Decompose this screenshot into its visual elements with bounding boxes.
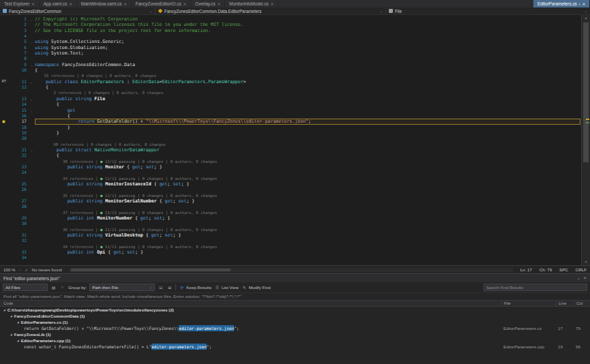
code-line[interactable]: 13⌄ public string File (0, 96, 581, 102)
vertical-scrollbar[interactable]: ▲ ▼ (581, 15, 590, 265)
code-line[interactable]: 16 { (0, 113, 581, 119)
expand-arrow-icon[interactable]: ◢ (3, 307, 5, 313)
tab-mainwindow-xaml-cs[interactable]: MainWindow.xaml.cs✕ (77, 0, 132, 7)
collapse-all-icon[interactable]: ⊟ (158, 285, 164, 290)
expand-arrow-icon[interactable]: ◢ (10, 313, 12, 319)
codelens-row[interactable]: 34 references | ● 11/11 passing | 0 chan… (0, 244, 581, 249)
tab-monitorinfomodel-cs[interactable]: MonitorInfoModel.cs✕ (225, 0, 278, 7)
code-line[interactable]: 21⌄ public struct NativeMonitorDataWrapp… (0, 147, 581, 153)
tab-editorparameters-cs[interactable]: EditorParameters.cs ▪ ✕ (533, 0, 590, 7)
line-number[interactable]: 19 (8, 130, 29, 136)
code-line[interactable]: 12 { (0, 85, 581, 90)
code-line[interactable]: 25 public string MonitorInstanceId { get… (0, 181, 581, 187)
codelens-row[interactable]: 91 references | 0 changes | 0 authors, 0… (0, 73, 581, 78)
line-number[interactable]: 30 (8, 221, 29, 226)
expand-arrow-icon[interactable]: ◢ (17, 319, 19, 325)
line-number[interactable]: 21 (8, 147, 29, 153)
close-icon[interactable]: ✕ (583, 276, 587, 280)
line-number[interactable]: 23 (8, 164, 29, 170)
code-line[interactable]: 26 (0, 187, 581, 192)
fold-chevron-icon[interactable]: ⌄ (29, 96, 35, 102)
code-line[interactable]: 15⌄ get (0, 108, 581, 113)
line-number[interactable] (8, 142, 29, 147)
line-number[interactable]: 1 (8, 16, 29, 22)
code-line[interactable]: 10{ (0, 67, 581, 73)
line-number[interactable]: 16 (8, 113, 29, 119)
chevron-down-icon[interactable]: ⌄ (42, 286, 45, 289)
close-icon[interactable]: ✕ (69, 2, 72, 6)
line-number[interactable]: 11 (8, 79, 29, 85)
line-number[interactable]: 27 (8, 198, 29, 204)
column-header-code[interactable]: Code (0, 301, 501, 306)
line-number[interactable]: 12 (8, 85, 29, 90)
code-line[interactable]: 29 public int MonitorNumber { get; set; … (0, 215, 581, 221)
horizontal-scrollbar[interactable] (70, 268, 513, 272)
chevron-down-icon[interactable]: ⌄ (149, 286, 152, 289)
code-line[interactable]: 30 (0, 221, 581, 226)
scroll-up-icon[interactable]: ▲ (582, 15, 590, 21)
find-result-match-row[interactable]: return GetDataFolder() + "\\Microsoft\\P… (0, 325, 590, 331)
code-line[interactable]: 18 } (0, 125, 581, 130)
tab-app-xaml-cs[interactable]: App.xaml.cs✕ (40, 0, 77, 7)
lightbulb-icon[interactable] (2, 120, 5, 123)
code-line[interactable]: 14 { (0, 102, 581, 107)
find-result-group-row[interactable]: ◢EditorParameters.cs (1) (0, 319, 590, 325)
code-line[interactable]: 17 return GetDataFolder() + "\\Microsoft… (0, 119, 581, 124)
fold-chevron-icon[interactable]: ⌄ (29, 62, 35, 67)
code-line[interactable]: 22 { (0, 153, 581, 158)
line-number[interactable]: 3 (8, 28, 29, 33)
code-line[interactable]: 33 public int Dpi { get; set; } (0, 249, 581, 255)
line-number[interactable]: 5 (8, 39, 29, 44)
code-line[interactable]: 28 (0, 204, 581, 209)
column-header-col[interactable]: Col (574, 301, 590, 306)
code-line[interactable]: 27 public string MonitorSerialNumber { g… (0, 198, 581, 204)
line-number[interactable] (8, 193, 29, 198)
line-number[interactable]: 18 (8, 125, 29, 130)
codelens-row[interactable]: 36 references | ● 11/11 passing | 0 chan… (0, 227, 581, 232)
code-line[interactable]: 4 (0, 33, 581, 39)
code-line[interactable]: 24 (0, 170, 581, 175)
horizontal-scrollbar-thumb[interactable] (71, 269, 231, 271)
line-number[interactable] (8, 244, 29, 249)
line-number[interactable]: 2 (8, 22, 29, 27)
column-indicator[interactable]: Ch: 79 (540, 267, 552, 272)
line-number[interactable]: 4 (8, 33, 29, 39)
find-panel-header[interactable]: Find "editor-parameters.json" ⌄ ✕ (0, 274, 590, 282)
line-number[interactable]: 17 (8, 119, 29, 124)
line-number[interactable]: 13 (8, 96, 29, 102)
member-dropdown[interactable]: File ⌄ (386, 7, 590, 14)
type-dropdown[interactable]: FancyZonesEditorCommon.Data.EditorParame… (156, 7, 386, 14)
chevron-down-icon[interactable]: ⌄ (19, 268, 22, 271)
line-number[interactable]: 15 (8, 108, 29, 113)
close-icon[interactable]: ✕ (582, 2, 585, 6)
column-header-line[interactable]: Line (556, 301, 574, 306)
line-number[interactable] (8, 73, 29, 78)
codelens-row[interactable]: 38 references | ● 12/12 passing | 0 chan… (0, 159, 581, 164)
close-icon[interactable]: ✕ (218, 2, 220, 6)
chevron-down-icon[interactable]: ⌄ (149, 9, 152, 13)
zoom-level[interactable]: 100 % (3, 267, 16, 272)
line-number[interactable]: 20 (8, 136, 29, 141)
line-number[interactable]: 33 (8, 249, 29, 255)
codelens-row[interactable]: 60 references | 0 changes | 0 authors, 0… (0, 142, 581, 147)
tab-fancyzoneseditorio-cs[interactable]: FancyZonesEditorIO.cs✕ (132, 0, 191, 7)
line-number[interactable]: 31 (8, 232, 29, 238)
code-line[interactable]: 19 } (0, 130, 581, 136)
line-indicator[interactable]: Ln: 17 (520, 267, 532, 272)
code-line[interactable]: 3// See the LICENSE file in the project … (0, 28, 581, 33)
chevron-down-icon[interactable]: ⌄ (585, 9, 587, 13)
scrollbar-thumb[interactable] (583, 22, 589, 162)
code-line[interactable]: 9⌄namespace FancyZonesEditorCommon.Data (0, 62, 581, 67)
search-find-results-input[interactable] (484, 284, 587, 291)
line-number[interactable]: 10 (8, 67, 29, 73)
line-number[interactable]: 29 (8, 215, 29, 221)
tab-overlay-cs[interactable]: Overlay.cs✕ (191, 0, 225, 7)
line-number[interactable] (8, 176, 29, 181)
codelens-row[interactable]: 2 references | 0 changes | 0 authors, 0 … (0, 90, 581, 95)
code-line[interactable]: 20 (0, 136, 581, 141)
scroll-down-icon[interactable]: ▼ (582, 259, 590, 265)
code-line[interactable]: 7using System.Text; (0, 50, 581, 56)
column-header-file[interactable]: File (501, 301, 556, 306)
code-line[interactable]: 31 public string VirtualDesktop { get; s… (0, 232, 581, 238)
line-number[interactable]: 32 (8, 238, 29, 243)
